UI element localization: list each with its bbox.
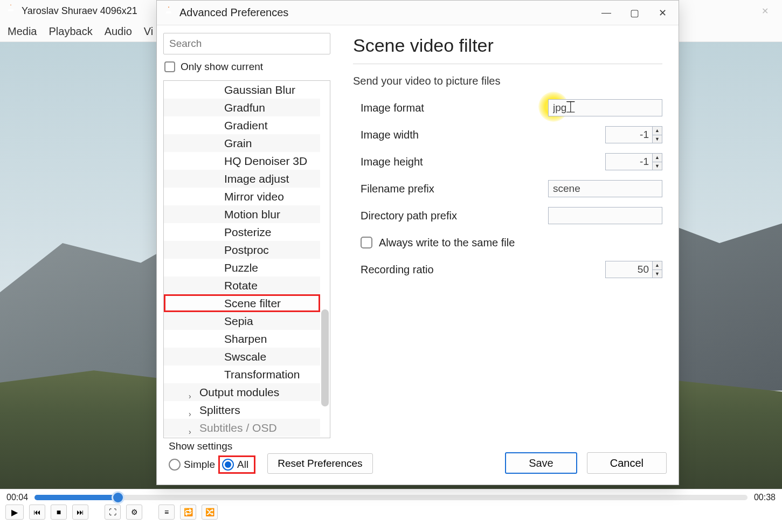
preferences-tree: Gaussian BlurGradfunGradientGrainHQ Deno… <box>163 80 330 438</box>
tree-parent-output-modules[interactable]: ›Output modules <box>164 383 320 401</box>
prev-button[interactable]: ⏮ <box>29 505 45 520</box>
tree-item-hq-denoiser-3d[interactable]: HQ Denoiser 3D <box>164 152 320 170</box>
chevron-right-icon: › <box>189 423 191 438</box>
tree-item-mirror-video[interactable]: Mirror video <box>164 188 320 205</box>
panel-subtitle: Send your video to picture files <box>353 75 662 87</box>
tree-item-image-adjust[interactable]: Image adjust <box>164 170 320 188</box>
tree-item-postproc[interactable]: Postproc <box>164 241 320 259</box>
tree-item-puzzle[interactable]: Puzzle <box>164 259 320 277</box>
play-button[interactable]: ▶ <box>5 505 24 520</box>
vlc-cone-icon <box>162 6 175 19</box>
ext-settings-button[interactable]: ⚙ <box>126 505 142 520</box>
random-button[interactable]: 🔀 <box>202 505 218 520</box>
stepper-up-icon[interactable]: ▲ <box>653 261 662 270</box>
loop-button[interactable]: 🔁 <box>180 505 196 520</box>
directory-prefix-input[interactable] <box>548 207 662 224</box>
tree-item-label: Image adjust <box>224 170 289 188</box>
tree-item-sepia[interactable]: Sepia <box>164 312 320 330</box>
filename-prefix-input[interactable] <box>548 180 662 197</box>
tree-item-gradfun[interactable]: Gradfun <box>164 99 320 116</box>
image-format-input[interactable] <box>548 99 662 116</box>
tree-scrollbar[interactable] <box>321 309 329 406</box>
menu-audio[interactable]: Audio <box>105 25 132 38</box>
tree-item-label: Posterize <box>224 223 272 241</box>
tree-item-sharpen[interactable]: Sharpen <box>164 330 320 348</box>
all-label: All <box>237 459 248 471</box>
stop-button[interactable]: ■ <box>51 505 67 520</box>
stepper-down-icon[interactable]: ▼ <box>653 135 662 144</box>
next-button[interactable]: ⏭ <box>72 505 88 520</box>
image-width-spinner[interactable]: ▲▼ <box>605 126 662 143</box>
tree-parent-splitters[interactable]: ›Splitters <box>164 401 320 419</box>
show-settings-all[interactable]: All <box>218 455 255 474</box>
radio-icon <box>222 459 234 471</box>
time-total: 00:38 <box>754 493 776 502</box>
tree-item-gaussian-blur[interactable]: Gaussian Blur <box>164 81 320 99</box>
stepper-down-icon[interactable]: ▼ <box>653 270 662 279</box>
tree-item-label: Motion blur <box>224 205 280 223</box>
text-caret-icon: ⌶ <box>566 98 573 115</box>
tree-parent-subtitles-osd[interactable]: ›Subtitles / OSD <box>164 419 320 437</box>
tree-item-label: Sepia <box>224 312 253 330</box>
search-input[interactable] <box>163 33 330 54</box>
stepper-up-icon[interactable]: ▲ <box>653 126 662 135</box>
modal-footer: Show settings Simple All Reset Preferenc… <box>157 438 679 485</box>
always-write-checkbox[interactable]: Always write to the same file <box>353 237 515 249</box>
directory-prefix-label: Directory path prefix <box>353 210 548 222</box>
vlc-cone-icon <box>4 4 17 17</box>
image-height-label: Image height <box>353 156 605 168</box>
image-height-spinner[interactable]: ▲▼ <box>605 153 662 170</box>
show-settings-simple[interactable]: Simple <box>169 459 215 471</box>
tree-item-label: Mirror video <box>224 188 284 205</box>
modal-title: Advanced Preferences <box>179 6 288 19</box>
time-current: 00:04 <box>6 493 28 502</box>
menu-video[interactable]: Vi <box>144 25 153 38</box>
radio-icon <box>169 459 181 471</box>
tree-item-rotate[interactable]: Rotate <box>164 277 320 294</box>
tree-item-scene-filter[interactable]: Scene filter <box>164 294 320 312</box>
playback-controls: ▶ ⏮ ■ ⏭ ⛶ ⚙ ≡ 🔁 🔀 <box>0 502 782 523</box>
stepper-down-icon[interactable]: ▼ <box>653 162 662 171</box>
show-settings-label: Show settings <box>169 440 255 452</box>
modal-right-panel: Scene video filter Send your video to pi… <box>337 25 679 438</box>
seek-slider[interactable] <box>34 495 748 500</box>
save-button[interactable]: Save <box>505 452 577 474</box>
modal-minimize-button[interactable]: — <box>592 2 620 24</box>
modal-maximize-button[interactable]: ▢ <box>620 2 648 24</box>
tree-item-swscale[interactable]: Swscale <box>164 348 320 365</box>
filename-prefix-label: Filename prefix <box>353 183 548 195</box>
menu-playback[interactable]: Playback <box>49 25 92 38</box>
modal-titlebar: Advanced Preferences — ▢ ✕ <box>157 1 679 25</box>
menu-media[interactable]: Media <box>8 25 37 38</box>
tree-item-motion-blur[interactable]: Motion blur <box>164 205 320 223</box>
tree-item-label: Scene filter <box>224 294 281 312</box>
vlc-window-title: Yaroslav Shuraev 4096x21 <box>22 5 137 17</box>
reset-preferences-button[interactable]: Reset Preferences <box>267 453 372 474</box>
panel-title: Scene video filter <box>353 35 662 60</box>
recording-ratio-spinner[interactable]: ▲▼ <box>605 261 662 278</box>
image-width-label: Image width <box>353 129 605 141</box>
only-show-current-label: Only show current <box>181 61 263 73</box>
tree-item-label: Swscale <box>224 348 266 365</box>
modal-close-button[interactable]: ✕ <box>648 2 676 24</box>
separator <box>353 64 662 64</box>
stepper-up-icon[interactable]: ▲ <box>653 153 662 162</box>
only-show-current-checkbox[interactable]: Only show current <box>163 60 330 75</box>
tree-item-grain[interactable]: Grain <box>164 134 320 152</box>
tree-item-label: Gradfun <box>224 99 265 116</box>
playlist-button[interactable]: ≡ <box>158 505 175 520</box>
tree-item-label: Gaussian Blur <box>224 81 295 99</box>
recording-ratio-input[interactable] <box>605 261 653 278</box>
cancel-button[interactable]: Cancel <box>587 452 667 474</box>
modal-left-panel: Only show current Gaussian BlurGradfunGr… <box>157 25 337 438</box>
fullscreen-button[interactable]: ⛶ <box>105 505 121 520</box>
tree-item-label: Grain <box>224 134 252 152</box>
tree-item-transformation[interactable]: Transformation <box>164 365 320 383</box>
tree-item-label: Splitters <box>199 401 240 419</box>
image-height-input[interactable] <box>605 153 653 170</box>
checkbox-icon <box>361 237 372 248</box>
image-width-input[interactable] <box>605 126 653 143</box>
tree-item-posterize[interactable]: Posterize <box>164 223 320 241</box>
tree-item-gradient[interactable]: Gradient <box>164 116 320 134</box>
tree-item-label: Sharpen <box>224 330 267 348</box>
